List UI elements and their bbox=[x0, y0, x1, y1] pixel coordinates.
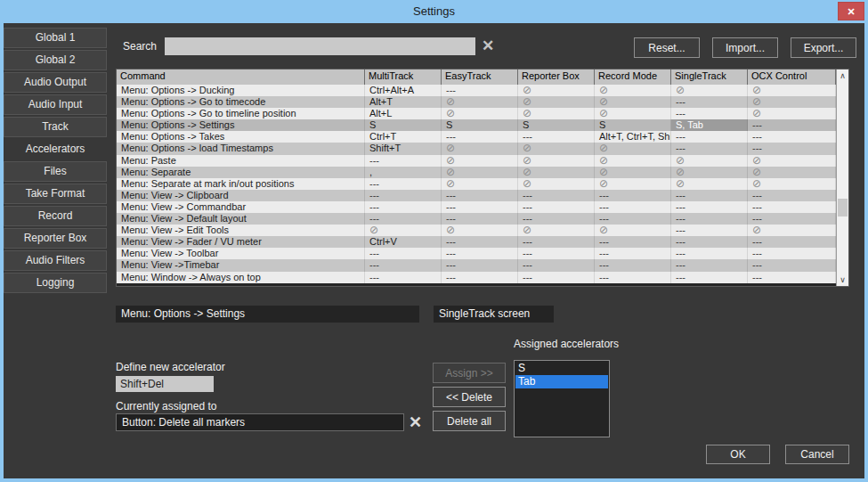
accelerator-cell[interactable]: ⊘ bbox=[748, 85, 836, 96]
command-cell[interactable]: Menu: View ->Timebar bbox=[117, 259, 365, 271]
accelerator-cell[interactable]: --- bbox=[748, 236, 836, 248]
accelerator-cell[interactable]: ⊘ bbox=[442, 167, 518, 178]
delete-button[interactable]: << Delete bbox=[433, 387, 506, 407]
accelerator-cell[interactable]: --- bbox=[518, 201, 595, 213]
command-cell[interactable]: Menu: View -> Clipboard bbox=[117, 190, 365, 201]
accelerator-cell[interactable]: --- bbox=[365, 272, 442, 283]
accelerator-cell[interactable]: --- bbox=[365, 213, 442, 225]
accelerator-cell[interactable]: ⊘ bbox=[442, 96, 518, 108]
accelerator-cell[interactable]: ⊘ bbox=[748, 96, 836, 108]
column-header-reporter-box[interactable]: Reporter Box bbox=[518, 69, 595, 85]
assign-button[interactable]: Assign >> bbox=[433, 363, 506, 383]
accelerator-cell[interactable]: --- bbox=[518, 213, 595, 225]
accelerator-cell[interactable]: ⊘ bbox=[442, 143, 518, 154]
accelerator-cell[interactable]: ⊘ bbox=[442, 108, 518, 119]
accelerator-cell[interactable]: --- bbox=[671, 259, 748, 271]
accelerator-cell[interactable]: ⊘ bbox=[442, 178, 518, 190]
accelerator-cell[interactable]: --- bbox=[518, 272, 595, 283]
table-row[interactable]: Menu: View -> Edit Tools⊘⊘⊘⊘---⊘ bbox=[117, 225, 848, 236]
accelerator-cell[interactable]: --- bbox=[748, 190, 836, 201]
command-cell[interactable]: Menu: Options -> Settings bbox=[117, 119, 365, 131]
accelerator-cell[interactable]: ⊘ bbox=[518, 96, 595, 108]
export-button[interactable]: Export... bbox=[791, 37, 856, 58]
table-row[interactable]: Menu: Options -> Go to timeline position… bbox=[117, 108, 848, 119]
accelerator-cell[interactable]: --- bbox=[748, 119, 836, 131]
accelerator-cell[interactable]: --- bbox=[595, 259, 671, 271]
accelerator-cell[interactable]: Alt+T bbox=[365, 96, 442, 108]
accelerator-cell[interactable]: --- bbox=[671, 236, 748, 248]
command-cell[interactable]: Menu: Paste bbox=[117, 155, 365, 167]
accelerator-cell[interactable]: --- bbox=[442, 248, 518, 259]
accelerator-cell[interactable]: --- bbox=[671, 96, 748, 108]
accelerator-cell[interactable]: --- bbox=[365, 259, 442, 271]
accelerator-cell[interactable]: ⊘ bbox=[595, 85, 671, 96]
accelerator-cell[interactable]: --- bbox=[365, 155, 442, 167]
sidebar-item-logging[interactable]: Logging bbox=[4, 273, 107, 293]
accelerator-cell[interactable]: --- bbox=[442, 213, 518, 225]
accelerator-cell[interactable]: --- bbox=[518, 236, 595, 248]
table-row[interactable]: Menu: Separate at mark in/out positions-… bbox=[117, 178, 848, 190]
table-row[interactable]: Menu: Window -> Always on top-----------… bbox=[117, 272, 848, 283]
accelerator-cell[interactable]: --- bbox=[442, 85, 518, 96]
sidebar-item-take-format[interactable]: Take Format bbox=[4, 184, 107, 204]
accelerator-cell[interactable]: --- bbox=[518, 131, 595, 143]
accelerator-cell[interactable]: Ctrl+Alt+A bbox=[365, 85, 442, 96]
accelerator-cell[interactable]: ⊘ bbox=[442, 225, 518, 236]
accelerator-cell[interactable]: --- bbox=[365, 178, 442, 190]
accelerator-cell[interactable]: --- bbox=[748, 213, 836, 225]
accelerator-cell[interactable]: ⊘ bbox=[748, 167, 836, 178]
accelerator-cell[interactable]: Shift+T bbox=[365, 143, 442, 154]
table-row[interactable]: Menu: View -> Commandbar----------------… bbox=[117, 201, 848, 213]
accelerator-cell[interactable]: S bbox=[595, 119, 671, 131]
accelerator-cell[interactable]: ⊘ bbox=[518, 143, 595, 154]
accelerator-cell[interactable]: --- bbox=[518, 190, 595, 201]
table-row[interactable]: Menu: Separate,⊘⊘⊘⊘⊘ bbox=[117, 167, 848, 178]
close-button[interactable]: ✕ bbox=[838, 2, 864, 20]
accelerator-cell[interactable]: --- bbox=[595, 213, 671, 225]
assigned-accelerators-list[interactable]: STab bbox=[514, 360, 610, 437]
command-cell[interactable]: Menu: View -> Commandbar bbox=[117, 201, 365, 213]
command-cell[interactable]: Menu: Options -> Go to timecode bbox=[117, 96, 365, 108]
accelerator-cell[interactable]: ⊘ bbox=[748, 178, 836, 190]
accelerator-cell[interactable]: ⊘ bbox=[518, 108, 595, 119]
table-row[interactable]: Menu: View -> Default layout------------… bbox=[117, 213, 848, 225]
search-input[interactable] bbox=[165, 37, 475, 55]
sidebar-item-track[interactable]: Track bbox=[4, 117, 107, 137]
column-header-easytrack[interactable]: EasyTrack bbox=[442, 69, 518, 85]
accelerator-cell[interactable]: --- bbox=[518, 248, 595, 259]
accelerator-cell[interactable]: --- bbox=[671, 201, 748, 213]
accelerator-item[interactable]: S bbox=[515, 362, 608, 375]
accelerator-cell[interactable]: --- bbox=[671, 272, 748, 283]
import-button[interactable]: Import... bbox=[712, 37, 778, 58]
table-scrollbar[interactable]: ∧ ∨ bbox=[836, 69, 848, 286]
table-row[interactable]: Menu: Options -> TakesCtrl+T------Alt+T,… bbox=[117, 131, 848, 143]
command-cell[interactable]: Menu: Options -> load Timestamps bbox=[117, 143, 365, 154]
titlebar[interactable]: Settings ✕ bbox=[0, 0, 868, 23]
accelerator-cell[interactable]: ⊘ bbox=[671, 178, 748, 190]
accelerator-cell[interactable]: ⊘ bbox=[748, 225, 836, 236]
accelerator-cell[interactable]: ⊘ bbox=[595, 178, 671, 190]
accelerator-cell[interactable]: ⊘ bbox=[518, 178, 595, 190]
column-header-record-mode[interactable]: Record Mode bbox=[595, 69, 671, 85]
cancel-button[interactable]: Cancel bbox=[785, 445, 849, 464]
accelerator-cell[interactable]: Alt+T, Ctrl+T, Shi bbox=[595, 131, 671, 143]
accelerator-cell[interactable]: --- bbox=[595, 190, 671, 201]
accelerator-cell[interactable]: --- bbox=[748, 248, 836, 259]
column-header-singletrack[interactable]: SingleTrack bbox=[671, 69, 748, 85]
sidebar-item-record[interactable]: Record bbox=[4, 206, 107, 226]
accelerator-cell[interactable]: ⊘ bbox=[595, 108, 671, 119]
accelerator-cell[interactable]: S bbox=[365, 119, 442, 131]
sidebar-item-audio-filters[interactable]: Audio Filters bbox=[4, 250, 107, 271]
accelerator-cell[interactable]: ⊘ bbox=[518, 155, 595, 167]
accelerator-item[interactable]: Tab bbox=[515, 375, 608, 388]
accelerator-cell[interactable]: --- bbox=[748, 272, 836, 283]
accelerator-cell[interactable]: --- bbox=[365, 248, 442, 259]
column-header-ocx-control[interactable]: OCX Control bbox=[748, 69, 836, 85]
sidebar-item-global-1[interactable]: Global 1 bbox=[4, 28, 107, 48]
accelerator-cell[interactable]: --- bbox=[442, 190, 518, 201]
accelerator-cell[interactable]: --- bbox=[671, 190, 748, 201]
accelerator-cell[interactable]: ⊘ bbox=[595, 143, 671, 154]
column-header-multitrack[interactable]: MultiTrack bbox=[365, 69, 442, 85]
accelerator-cell[interactable]: --- bbox=[442, 131, 518, 143]
scroll-up-button[interactable]: ∧ bbox=[837, 69, 848, 82]
